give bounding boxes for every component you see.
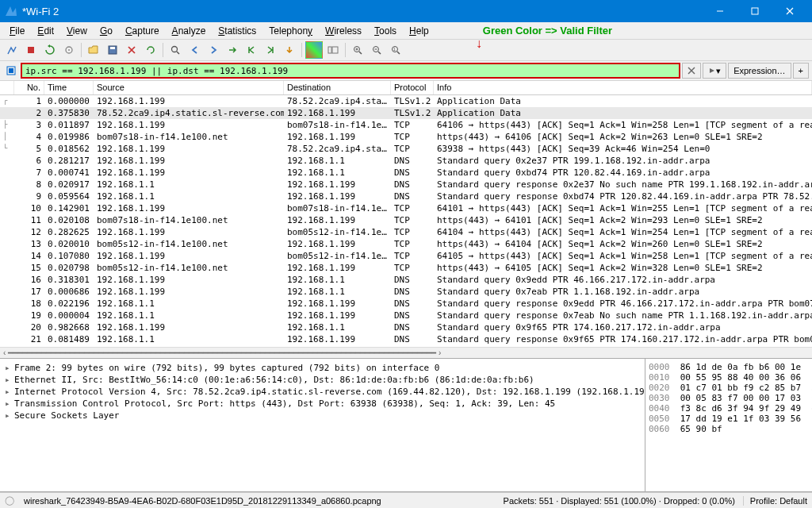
packet-list-pane: No. Time Source Destination Protocol Inf… (0, 81, 812, 359)
minimize-button[interactable] (703, 0, 737, 22)
menu-analyze[interactable]: Analyze (166, 24, 213, 38)
packet-row[interactable]: 210.081489192.168.1.1192.168.1.199DNSSta… (0, 333, 812, 345)
display-filter-input[interactable] (21, 63, 680, 79)
col-header-no[interactable]: No. (14, 81, 44, 94)
toolbar-prev-icon[interactable] (186, 41, 203, 59)
expression-button[interactable]: Expression… (728, 63, 791, 79)
bytes-row[interactable]: 0050 17 dd 19 e1 1f 03 39 56 be (649, 414, 809, 424)
separator (163, 43, 163, 57)
packet-row[interactable]: ┌10.000000192.168.1.19978.52.2ca9.ip4.st… (0, 95, 812, 107)
toolbar-reload-icon[interactable] (142, 41, 159, 59)
toolbar-goto-icon[interactable] (224, 41, 241, 59)
close-button[interactable] (772, 0, 807, 22)
status-filename: wireshark_76423949-B5A9-4EA6-B02D-680F03… (24, 496, 381, 506)
bookmark-filter-icon[interactable] (3, 63, 19, 79)
toolbar-restart-capture-icon[interactable] (41, 41, 59, 59)
packet-list-header[interactable]: No. Time Source Destination Protocol Inf… (0, 81, 812, 95)
packet-list-body[interactable]: ┌10.000000192.168.1.19978.52.2ca9.ip4.st… (0, 95, 812, 347)
menu-capture[interactable]: Capture (119, 24, 166, 38)
status-bar: ◯ wireshark_76423949-B5A9-4EA6-B02D-680F… (0, 492, 812, 508)
maximize-button[interactable] (737, 0, 772, 22)
packet-row[interactable]: │40.019986bom07s18-in-f14.1e100.net192.1… (0, 131, 812, 143)
detail-row[interactable]: ▸Secure Sockets Layer (5, 410, 640, 421)
detail-row[interactable]: ▸Ethernet II, Src: BestItWo_56:14:c0 (00… (5, 374, 640, 386)
svg-line-16 (359, 52, 362, 54)
toolbar-autoscroll-icon[interactable] (281, 41, 298, 59)
packet-row[interactable]: 100.142901192.168.1.199bom07s18-in-f14.1… (0, 202, 812, 214)
packet-row[interactable]: 170.000686192.168.1.199192.168.1.1DNSSta… (0, 286, 812, 298)
packet-details-pane[interactable]: ▸Frame 2: 99 bytes on wire (792 bits), 9… (0, 359, 645, 491)
packet-row[interactable]: 90.059564192.168.1.1192.168.1.199DNSStan… (0, 190, 812, 202)
menu-help[interactable]: Help (403, 24, 435, 38)
packet-row[interactable]: 120.282625192.168.1.199bom05s12-in-f14.1… (0, 226, 812, 238)
packet-bytes-pane[interactable]: 0000 86 1d de 0a fb b6 00 1e a60010 00 5… (645, 359, 812, 491)
svg-point-11 (172, 47, 178, 52)
packet-row[interactable]: └50.018562192.168.1.19978.52.2ca9.ip4.st… (0, 143, 812, 155)
packet-row[interactable]: 80.020917192.168.1.1192.168.1.199DNSStan… (0, 179, 812, 190)
toolbar-colorize-icon[interactable] (305, 41, 323, 59)
menu-go[interactable]: Go (94, 24, 119, 38)
packet-row[interactable]: 150.020798bom05s12-in-f14.1e100.net192.1… (0, 262, 812, 274)
menu-edit[interactable]: Edit (31, 24, 60, 38)
packet-row[interactable]: ├30.011897192.168.1.199bom07s18-in-f14.1… (0, 119, 812, 131)
add-filter-button[interactable]: + (793, 63, 809, 79)
packet-row[interactable]: 130.020010bom05s12-in-f14.1e100.net192.1… (0, 238, 812, 250)
apply-filter-button[interactable]: ▾ (703, 63, 726, 79)
bytes-row[interactable]: 0030 00 05 83 f7 00 00 17 03 03 (649, 393, 809, 403)
menu-telephony[interactable]: Telephony (262, 24, 319, 38)
separator (81, 43, 82, 57)
status-profile[interactable]: Profile: Default (743, 496, 807, 506)
toolbar-first-icon[interactable] (243, 41, 260, 59)
detail-row[interactable]: ▸Frame 2: 99 bytes on wire (792 bits), 9… (5, 362, 640, 374)
svg-rect-1 (752, 8, 758, 14)
toolbar-last-icon[interactable] (262, 41, 279, 59)
bytes-row[interactable]: 0020 01 c7 01 bb f9 c2 85 b7 36 (649, 383, 809, 393)
toolbar-resize-columns-icon[interactable] (324, 41, 342, 59)
svg-text:1: 1 (393, 47, 396, 52)
bytes-row[interactable]: 0000 86 1d de 0a fb b6 00 1e a6 (649, 362, 809, 372)
packet-row[interactable]: 180.022196192.168.1.1192.168.1.199DNSSta… (0, 298, 812, 310)
col-header-time[interactable]: Time (44, 81, 94, 94)
packet-row[interactable]: 190.000004192.168.1.1192.168.1.199DNSSta… (0, 310, 812, 321)
packet-row[interactable]: 60.281217192.168.1.199192.168.1.1DNSStan… (0, 155, 812, 167)
toolbar-start-capture-icon[interactable] (3, 41, 21, 59)
bytes-row[interactable]: 0060 65 90 bf (649, 424, 809, 434)
svg-rect-26 (9, 68, 13, 73)
app-icon (5, 5, 17, 17)
horizontal-scrollbar[interactable]: ‹ ━━━━━━━━━━━━━━━━━━━━━━━━━━━━━━━━━━━━━━… (0, 347, 812, 358)
col-header-destination[interactable]: Destination (284, 81, 391, 94)
toolbar-find-icon[interactable] (167, 41, 184, 59)
detail-row[interactable]: ▸Transmission Control Protocol, Src Port… (5, 398, 640, 410)
menu-file[interactable]: File (3, 24, 31, 38)
svg-rect-4 (28, 47, 34, 53)
clear-filter-button[interactable] (682, 63, 701, 79)
menu-tools[interactable]: Tools (368, 24, 403, 38)
packet-row[interactable]: 110.020108bom07s18-in-f14.1e100.net192.1… (0, 214, 812, 226)
toolbar-save-icon[interactable] (104, 41, 121, 59)
bytes-row[interactable]: 0010 00 55 95 88 40 00 36 06 f1 (649, 372, 809, 383)
toolbar-close-icon[interactable] (123, 41, 140, 59)
bytes-row[interactable]: 0040 f3 8c d6 3f 94 9f 29 49 ea (649, 403, 809, 414)
col-header-info[interactable]: Info (434, 81, 812, 94)
menu-view[interactable]: View (60, 24, 94, 38)
toolbar-zoom-reset-icon[interactable]: 1 (387, 41, 404, 59)
menu-statistics[interactable]: Statistics (212, 24, 262, 38)
detail-row[interactable]: ▸Internet Protocol Version 4, Src: 78.52… (5, 386, 640, 398)
toolbar-zoom-in-icon[interactable] (349, 41, 366, 59)
col-header-source[interactable]: Source (94, 81, 284, 94)
packet-row[interactable]: 160.318301192.168.1.199192.168.1.1DNSSta… (0, 274, 812, 286)
packet-row[interactable]: 70.000741192.168.1.199192.168.1.1DNSStan… (0, 167, 812, 179)
main-toolbar: 1 ↓ (0, 40, 812, 61)
packet-row[interactable]: 20.37583078.52.2ca9.ip4.static.sl-revers… (0, 107, 812, 119)
toolbar-stop-capture-icon[interactable] (22, 41, 40, 59)
col-header-protocol[interactable]: Protocol (391, 81, 434, 94)
toolbar-zoom-out-icon[interactable] (368, 41, 385, 59)
toolbar-next-icon[interactable] (205, 41, 222, 59)
packet-row[interactable]: 140.107080192.168.1.199bom05s12-in-f14.1… (0, 250, 812, 262)
svg-point-6 (68, 49, 70, 51)
svg-rect-13 (328, 47, 331, 53)
menu-wireless[interactable]: Wireless (319, 24, 368, 38)
toolbar-capture-options-icon[interactable] (60, 41, 78, 59)
toolbar-open-icon[interactable] (85, 41, 102, 59)
packet-row[interactable]: 200.982668192.168.1.199192.168.1.1DNSSta… (0, 321, 812, 333)
